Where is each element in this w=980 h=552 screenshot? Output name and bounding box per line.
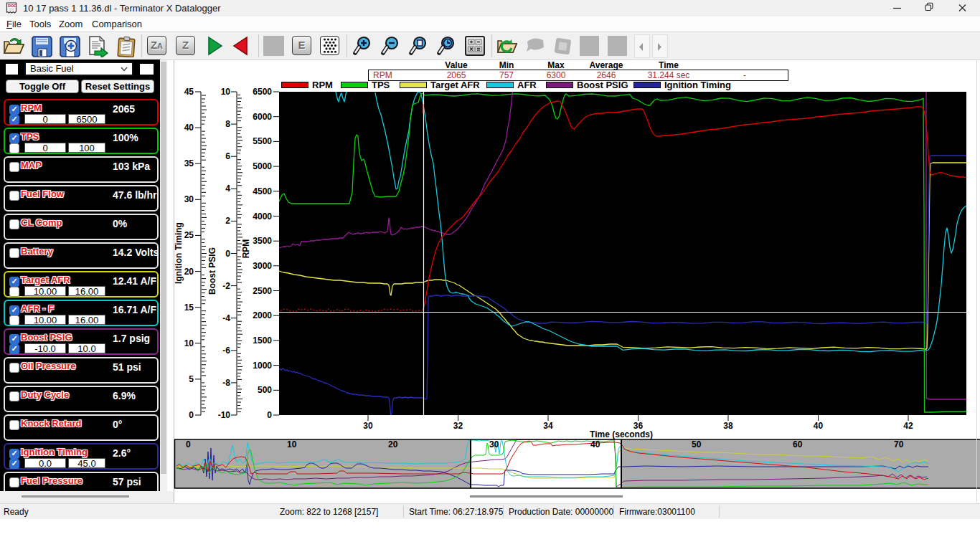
svg-text:40: 40 (590, 439, 600, 449)
svg-text:20: 20 (388, 439, 398, 449)
svg-text:0: 0 (186, 439, 191, 449)
svg-text:50: 50 (692, 439, 702, 449)
svg-text:60: 60 (793, 439, 803, 449)
svg-text:30: 30 (489, 439, 499, 449)
svg-text:10: 10 (287, 439, 297, 449)
svg-text:70: 70 (894, 439, 904, 449)
